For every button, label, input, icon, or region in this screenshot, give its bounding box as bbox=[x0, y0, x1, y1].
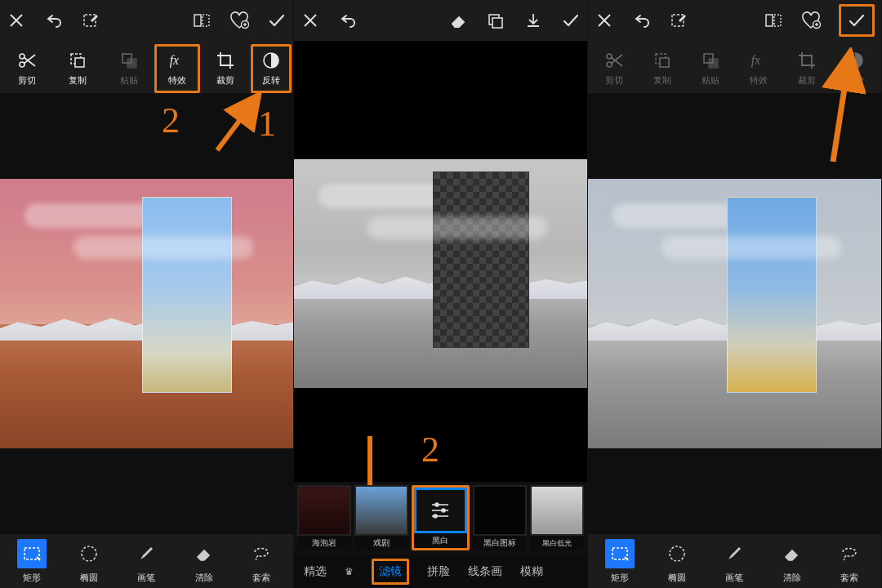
cut-label: 剪切 bbox=[605, 74, 623, 87]
filter-thumb-label: 戏剧 bbox=[354, 536, 408, 550]
selection-rect[interactable] bbox=[727, 197, 817, 393]
fx-label: 特效 bbox=[750, 74, 768, 87]
brush-tool-button[interactable]: 画笔 bbox=[710, 539, 758, 584]
heart-add-icon[interactable] bbox=[229, 11, 249, 30]
image-preview bbox=[294, 159, 587, 388]
svg-point-5 bbox=[20, 62, 24, 67]
paste-icon bbox=[701, 51, 720, 70]
selection-cutout[interactable] bbox=[433, 172, 529, 348]
copy-button[interactable]: 复制 bbox=[638, 44, 686, 93]
brush-tool-label: 画笔 bbox=[137, 572, 155, 584]
canvas-area[interactable]: 2 bbox=[294, 41, 587, 482]
erase-tool-button[interactable]: 清除 bbox=[768, 539, 816, 584]
image-preview bbox=[588, 179, 881, 448]
top-bar bbox=[588, 0, 881, 41]
copy-label: 复制 bbox=[69, 74, 87, 87]
selection-rect[interactable] bbox=[142, 197, 232, 393]
paste-label: 粘贴 bbox=[120, 74, 138, 87]
screenshot-panel-3: 剪切 复制 粘贴 fx 特效 裁剪 反转 bbox=[588, 0, 882, 588]
svg-text:fx: fx bbox=[751, 53, 760, 68]
erase-tool-label: 清除 bbox=[195, 572, 213, 584]
eraser-icon[interactable] bbox=[448, 11, 468, 30]
confirm-check-icon[interactable] bbox=[267, 11, 287, 30]
lasso-tool-button[interactable]: 套索 bbox=[826, 539, 873, 584]
ellipse-tool-button[interactable]: 椭圆 bbox=[65, 539, 113, 584]
fx-label: 特效 bbox=[168, 74, 186, 87]
close-icon[interactable] bbox=[301, 11, 320, 30]
svg-point-4 bbox=[20, 54, 24, 59]
svg-point-32 bbox=[670, 546, 684, 561]
mirror-icon[interactable] bbox=[764, 11, 783, 30]
rect-tool-button[interactable]: 矩形 bbox=[8, 539, 56, 584]
cat-blur[interactable]: 模糊 bbox=[520, 564, 543, 579]
filter-thumb-bw-low[interactable]: 黑白低光 bbox=[530, 485, 584, 550]
copy-icon bbox=[653, 51, 672, 70]
fx-icon: fx bbox=[167, 51, 187, 70]
brush-tool-button[interactable]: 画笔 bbox=[122, 539, 170, 584]
svg-text:fx: fx bbox=[170, 53, 179, 68]
edit-icon[interactable] bbox=[82, 11, 101, 30]
rect-tool-label: 矩形 bbox=[23, 572, 41, 584]
filter-thumbnail-strip: 海泡岩 戏剧 黑白 黑白图标 黑白低光 bbox=[294, 482, 587, 555]
invert-button[interactable]: 反转 bbox=[251, 44, 292, 93]
cat-featured[interactable]: 精选 bbox=[304, 564, 327, 579]
crop-button[interactable]: 裁剪 bbox=[783, 44, 831, 93]
close-icon[interactable] bbox=[7, 11, 26, 30]
fx-button[interactable]: fx 特效 bbox=[735, 44, 783, 93]
svg-rect-15 bbox=[492, 18, 502, 28]
canvas-area[interactable] bbox=[588, 93, 881, 534]
lasso-tool-label: 套索 bbox=[840, 572, 858, 584]
paste-button: 粘贴 bbox=[104, 44, 154, 93]
lasso-tool-button[interactable]: 套索 bbox=[238, 539, 285, 584]
brush-tool-label: 画笔 bbox=[725, 572, 743, 584]
crop-button[interactable]: 裁剪 bbox=[200, 44, 251, 93]
fx-button[interactable]: fx 特效 bbox=[154, 44, 200, 93]
cat-face[interactable]: 拼脸 bbox=[427, 564, 450, 579]
copy-label: 复制 bbox=[653, 74, 671, 87]
download-icon[interactable] bbox=[523, 11, 543, 30]
image-preview bbox=[0, 179, 293, 448]
edit-toolbar: 剪切 复制 粘贴 fx 特效 裁剪 反转 bbox=[0, 41, 293, 93]
paste-button: 粘贴 bbox=[686, 44, 734, 93]
edit-icon[interactable] bbox=[670, 11, 689, 30]
annotation-2: 2 bbox=[162, 100, 180, 141]
svg-point-24 bbox=[607, 62, 612, 67]
invert-button[interactable]: 反转 bbox=[831, 44, 880, 93]
filter-thumb-bw[interactable]: 黑白 bbox=[412, 485, 470, 550]
filter-thumb-seafoam[interactable]: 海泡岩 bbox=[297, 485, 351, 550]
rect-tool-label: 矩形 bbox=[611, 572, 629, 584]
top-bar bbox=[0, 0, 293, 41]
layers-icon[interactable] bbox=[486, 11, 506, 30]
confirm-check-icon[interactable] bbox=[839, 4, 875, 37]
lasso-tool-label: 套索 bbox=[252, 572, 270, 584]
filter-thumb-bw-icon[interactable]: 黑白图标 bbox=[473, 485, 527, 550]
filter-thumb-label: 海泡岩 bbox=[297, 536, 351, 550]
svg-point-13 bbox=[82, 546, 96, 561]
heart-add-icon[interactable] bbox=[801, 11, 821, 30]
copy-button[interactable]: 复制 bbox=[52, 44, 103, 93]
confirm-check-icon[interactable] bbox=[561, 11, 581, 30]
svg-rect-1 bbox=[194, 15, 201, 26]
cut-button[interactable]: 剪切 bbox=[2, 44, 52, 93]
erase-tool-button[interactable]: 清除 bbox=[180, 539, 228, 584]
rect-tool-button[interactable]: 矩形 bbox=[596, 539, 644, 584]
invert-label: 反转 bbox=[262, 74, 280, 87]
cut-button[interactable]: 剪切 bbox=[590, 44, 638, 93]
close-icon[interactable] bbox=[595, 11, 614, 30]
cat-line[interactable]: 线条画 bbox=[468, 564, 502, 579]
mirror-icon[interactable] bbox=[192, 11, 212, 30]
undo-icon[interactable] bbox=[338, 11, 358, 30]
shape-toolbar: 矩形 椭圆 画笔 清除 套索 bbox=[0, 534, 293, 588]
copy-icon bbox=[68, 51, 87, 70]
invert-icon bbox=[261, 51, 281, 70]
svg-rect-9 bbox=[127, 59, 136, 68]
cat-filter[interactable]: 滤镜 bbox=[372, 559, 409, 585]
erase-tool-label: 清除 bbox=[783, 572, 801, 584]
invert-icon bbox=[845, 51, 865, 70]
filter-thumb-drama[interactable]: 戏剧 bbox=[354, 485, 408, 550]
svg-rect-7 bbox=[75, 58, 84, 67]
undo-icon[interactable] bbox=[44, 11, 64, 30]
ellipse-tool-button[interactable]: 椭圆 bbox=[653, 539, 701, 584]
undo-icon[interactable] bbox=[632, 11, 652, 30]
canvas-area[interactable]: 2 1 bbox=[0, 93, 293, 534]
